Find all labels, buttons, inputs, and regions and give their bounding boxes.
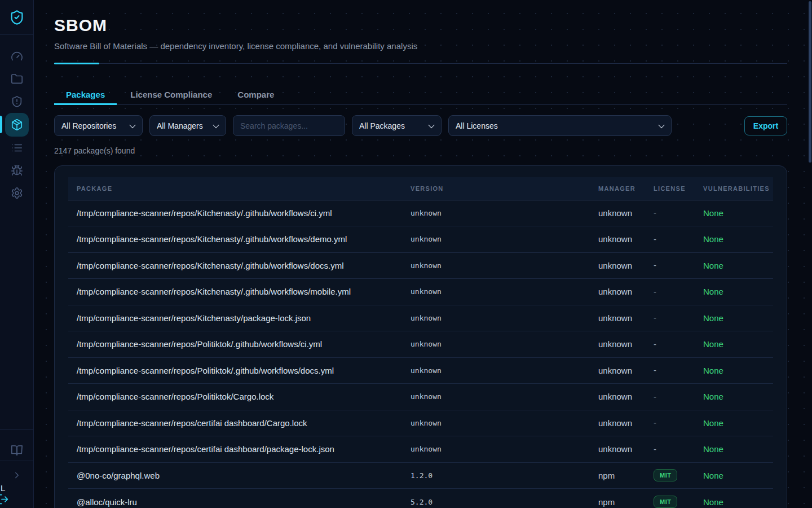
license-cell: -	[645, 384, 695, 410]
header-rule-accent	[54, 63, 99, 64]
manager-cell: unknown	[590, 384, 645, 410]
license-dash: -	[654, 287, 656, 296]
export-button[interactable]: Export	[744, 116, 787, 135]
table-row[interactable]: /tmp/compliance-scanner/repos/Kitchenast…	[68, 305, 773, 331]
license-cell: -	[645, 305, 695, 331]
table-row[interactable]: /tmp/compliance-scanner/repos/certifai d…	[68, 436, 773, 463]
vulnerabilities-cell: None	[695, 226, 773, 253]
sidebar-item-repositories[interactable]	[5, 68, 29, 90]
package-cell: /tmp/compliance-scanner/repos/Kitchenast…	[68, 200, 402, 226]
package-cell: /tmp/compliance-scanner/repos/certifai d…	[68, 436, 402, 463]
table-row[interactable]: /tmp/compliance-scanner/repos/Politiktok…	[68, 384, 773, 410]
table-row[interactable]: /tmp/compliance-scanner/repos/certifai d…	[68, 410, 773, 436]
license-dash: -	[654, 392, 656, 401]
list-icon	[11, 142, 23, 154]
packages-select[interactable]: All Packages	[352, 115, 442, 136]
sidebar-divider-bottom	[0, 461, 34, 461]
vulnerabilities-cell: None	[695, 462, 773, 489]
sidebar-item-docs[interactable]	[5, 441, 29, 460]
tab-compare[interactable]: Compare	[226, 85, 286, 105]
package-cell: @alloc/quick-lru	[68, 489, 402, 508]
table-row[interactable]: /tmp/compliance-scanner/repos/Politiktok…	[68, 357, 773, 384]
packages-select-wrap: All Packages	[352, 115, 442, 136]
logout-icon	[0, 493, 9, 505]
table-row[interactable]: /tmp/compliance-scanner/repos/Kitchenast…	[68, 200, 773, 226]
version-cell: unknown	[402, 252, 590, 279]
active-nav-indicator	[0, 116, 2, 133]
version-cell: 5.2.0	[402, 489, 590, 508]
vulnerabilities-cell: None	[695, 489, 773, 508]
scrollbar-thumb[interactable]	[809, 1, 811, 163]
version-cell: unknown	[402, 305, 590, 331]
table-row[interactable]: @0no-co/graphql.web1.2.0npmMITNone	[68, 462, 773, 489]
table-header-row: PACKAGE VERSION MANAGER LICENSE VULNERAB…	[68, 177, 773, 200]
vulnerabilities-cell: None	[695, 331, 773, 358]
licenses-select-wrap: All Licenses	[448, 115, 672, 136]
table-row[interactable]: @alloc/quick-lru5.2.0npmMITNone	[68, 489, 773, 508]
logout-button[interactable]	[0, 493, 9, 507]
main-content: SBOM Software Bill of Materials — depend…	[34, 0, 812, 508]
license-cell: -	[645, 279, 695, 305]
version-cell: unknown	[402, 200, 590, 226]
app-logo[interactable]	[0, 0, 33, 35]
table-body: /tmp/compliance-scanner/repos/Kitchenast…	[68, 200, 773, 508]
manager-cell: unknown	[590, 410, 645, 436]
table-row[interactable]: /tmp/compliance-scanner/repos/Politiktok…	[68, 331, 773, 358]
book-open-icon	[11, 444, 23, 457]
column-header-license: LICENSE	[645, 177, 695, 200]
header-rule	[54, 63, 787, 64]
license-cell: -	[645, 357, 695, 384]
table-row[interactable]: /tmp/compliance-scanner/repos/Kitchenast…	[68, 279, 773, 305]
licenses-select[interactable]: All Licenses	[448, 115, 672, 136]
license-cell: -	[645, 436, 695, 463]
manager-cell: unknown	[590, 200, 645, 226]
license-cell: -	[645, 226, 695, 253]
results-count: 2147 package(s) found	[54, 146, 787, 155]
repositories-select-wrap: All Repositories	[54, 115, 143, 136]
tab-license-compliance[interactable]: License Compliance	[118, 85, 224, 105]
page-title: SBOM	[54, 16, 787, 35]
manager-cell: unknown	[590, 331, 645, 358]
column-header-vulnerabilities: VULNERABILITIES	[695, 177, 773, 200]
version-cell: unknown	[402, 226, 590, 253]
tab-bar: Packages License Compliance Compare	[54, 85, 787, 105]
license-dash: -	[654, 234, 656, 244]
tab-packages[interactable]: Packages	[54, 85, 117, 105]
version-cell: unknown	[402, 384, 590, 410]
gauge-icon	[11, 50, 23, 63]
shield-alert-icon	[11, 95, 23, 108]
version-cell: unknown	[402, 331, 590, 358]
bug-icon	[11, 164, 23, 177]
sidebar-item-inventory[interactable]	[5, 137, 29, 159]
license-dash: -	[654, 339, 656, 349]
version-cell: unknown	[402, 436, 590, 463]
vulnerabilities-cell: None	[695, 436, 773, 463]
sidebar-divider-top	[0, 429, 34, 430]
sidebar-collapse-button[interactable]	[5, 466, 29, 485]
sidebar-item-vulnerabilities[interactable]	[5, 159, 29, 182]
managers-select[interactable]: All Managers	[149, 115, 226, 136]
folder-icon	[11, 73, 23, 85]
vulnerabilities-cell: None	[695, 357, 773, 384]
table-row[interactable]: /tmp/compliance-scanner/repos/Kitchenast…	[68, 252, 773, 279]
version-cell: 1.2.0	[402, 462, 590, 489]
license-cell: MIT	[645, 489, 695, 508]
package-icon	[11, 119, 23, 131]
sidebar-item-compliance[interactable]	[5, 90, 29, 113]
sidebar-item-settings[interactable]	[5, 182, 29, 204]
repositories-select[interactable]: All Repositories	[54, 115, 143, 136]
sidebar-item-sbom[interactable]	[5, 113, 29, 137]
manager-cell: npm	[590, 489, 645, 508]
manager-cell: unknown	[590, 226, 645, 253]
license-dash: -	[654, 313, 656, 322]
search-input[interactable]	[233, 115, 345, 136]
vulnerabilities-cell: None	[695, 279, 773, 305]
table-row[interactable]: /tmp/compliance-scanner/repos/Kitchenast…	[68, 226, 773, 253]
license-dash: -	[654, 208, 656, 217]
manager-cell: unknown	[590, 357, 645, 384]
license-dash: -	[654, 418, 656, 427]
clipped-logout-label: L	[1, 483, 5, 493]
package-cell: @0no-co/graphql.web	[68, 462, 402, 489]
sidebar-item-dashboard[interactable]	[5, 45, 29, 68]
column-header-version: VERSION	[402, 177, 590, 200]
